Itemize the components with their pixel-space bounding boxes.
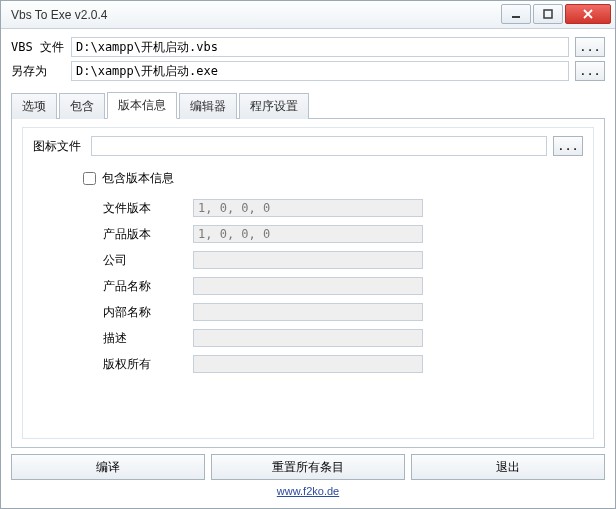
icon-browse-button[interactable]: ...	[553, 136, 583, 156]
copyright-input	[193, 355, 423, 373]
icon-file-input[interactable]	[91, 136, 547, 156]
maximize-button[interactable]	[533, 4, 563, 24]
description-input	[193, 329, 423, 347]
include-version-row: 包含版本信息	[83, 170, 583, 187]
reset-button[interactable]: 重置所有条目	[211, 454, 405, 480]
field-description: 描述	[103, 329, 583, 347]
internal-name-label: 内部名称	[103, 304, 193, 321]
product-version-input	[193, 225, 423, 243]
copyright-label: 版权所有	[103, 356, 193, 373]
tab-pane-version: 图标文件 ... 包含版本信息 文件版本 产品版本	[11, 118, 605, 448]
saveas-label: 另存为	[11, 63, 71, 80]
tab-program-settings[interactable]: 程序设置	[239, 93, 309, 119]
tab-version-info[interactable]: 版本信息	[107, 92, 177, 119]
tab-options[interactable]: 选项	[11, 93, 57, 119]
vbs-browse-button[interactable]: ...	[575, 37, 605, 57]
field-copyright: 版权所有	[103, 355, 583, 373]
version-group: 图标文件 ... 包含版本信息 文件版本 产品版本	[22, 127, 594, 439]
close-button[interactable]	[565, 4, 611, 24]
file-version-label: 文件版本	[103, 200, 193, 217]
file-version-input	[193, 199, 423, 217]
product-version-label: 产品版本	[103, 226, 193, 243]
internal-name-input	[193, 303, 423, 321]
vbs-file-input[interactable]	[71, 37, 569, 57]
titlebar: Vbs To Exe v2.0.4	[1, 1, 615, 29]
include-version-checkbox[interactable]	[83, 172, 96, 185]
field-internal-name: 内部名称	[103, 303, 583, 321]
include-version-label: 包含版本信息	[102, 170, 174, 187]
svg-rect-0	[512, 16, 520, 18]
saveas-input[interactable]	[71, 61, 569, 81]
minimize-button[interactable]	[501, 4, 531, 24]
vbs-file-label: VBS 文件	[11, 39, 71, 56]
exit-button[interactable]: 退出	[411, 454, 605, 480]
content-area: VBS 文件 ... 另存为 ... 选项 包含 版本信息 编辑器 程序设置 图…	[1, 29, 615, 508]
vbs-file-row: VBS 文件 ...	[11, 37, 605, 57]
field-company: 公司	[103, 251, 583, 269]
description-label: 描述	[103, 330, 193, 347]
company-label: 公司	[103, 252, 193, 269]
compile-button[interactable]: 编译	[11, 454, 205, 480]
field-product-name: 产品名称	[103, 277, 583, 295]
product-name-label: 产品名称	[103, 278, 193, 295]
icon-file-row: 图标文件 ...	[33, 136, 583, 156]
tab-include[interactable]: 包含	[59, 93, 105, 119]
tab-editor[interactable]: 编辑器	[179, 93, 237, 119]
field-file-version: 文件版本	[103, 199, 583, 217]
company-input	[193, 251, 423, 269]
footer: www.f2ko.de	[11, 484, 605, 498]
icon-file-label: 图标文件	[33, 138, 91, 155]
tab-bar: 选项 包含 版本信息 编辑器 程序设置	[11, 91, 605, 118]
tab-container: 选项 包含 版本信息 编辑器 程序设置 图标文件 ... 包含版本信息	[11, 91, 605, 448]
product-name-input	[193, 277, 423, 295]
bottom-button-bar: 编译 重置所有条目 退出	[11, 454, 605, 480]
saveas-row: 另存为 ...	[11, 61, 605, 81]
svg-rect-1	[544, 10, 552, 18]
window-title: Vbs To Exe v2.0.4	[11, 8, 108, 22]
saveas-browse-button[interactable]: ...	[575, 61, 605, 81]
field-product-version: 产品版本	[103, 225, 583, 243]
app-window: Vbs To Exe v2.0.4 VBS 文件 ... 另存为 ...	[0, 0, 616, 509]
window-controls	[501, 4, 611, 24]
footer-link[interactable]: www.f2ko.de	[277, 485, 339, 497]
